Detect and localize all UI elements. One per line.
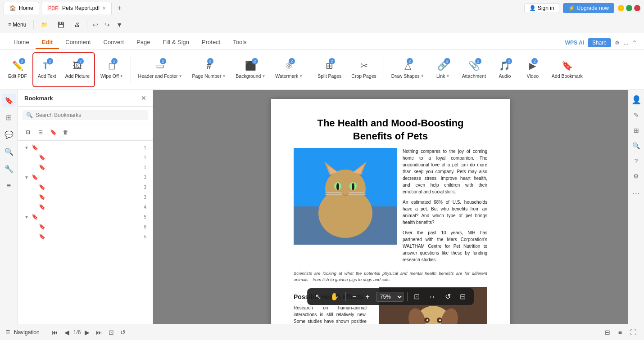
prev-page-button[interactable]: ◀ [62,328,72,337]
collapse-all-button[interactable]: ⊟ [35,127,46,138]
bookmark-item-5[interactable]: 🔖 3 [18,182,153,192]
bookmark-item-6[interactable]: 🔖 3 [18,192,153,202]
bookmark-search-input[interactable] [36,112,145,118]
attachment-tool[interactable]: 📎 2 Attachment [458,52,490,87]
bookmark-item-7[interactable]: 🔖 4 [18,202,153,212]
left-icon-search[interactable]: 🔍 [2,145,16,158]
zoom-out-button[interactable]: − [349,291,359,302]
single-page-view[interactable]: ⊟ [603,328,612,337]
audio-tool[interactable]: 🎵 2 Audio [491,52,518,87]
share-button[interactable]: Share [588,38,611,47]
header-footer-badge: 2 [160,58,166,64]
pdf-area[interactable]: The Health and Mood-Boosting Benefits of… [153,90,628,324]
more-view-button[interactable]: ⊟ [457,291,468,302]
maximize-button[interactable] [626,5,632,11]
last-page-button[interactable]: ⏭ [94,328,104,337]
tab-fill-sign-toolbar[interactable]: Fill & Sign [157,36,196,49]
wps-ai-button[interactable]: WPS AI [565,40,584,46]
watermark-tool[interactable]: ⚛ 2 Watermark ▼ [271,52,307,87]
crop-pages-icon: ✂ [360,60,368,72]
bookmark-item-4[interactable]: ▼ 🔖 3 [18,172,153,182]
left-icon-bookmark[interactable]: 🔖 [2,94,16,107]
crop-pages-tool[interactable]: ✂ Crop Pages [347,52,381,87]
add-picture-tool[interactable]: 🖼 2 Add Picture [61,52,94,87]
bookmark-item-8[interactable]: ▼ 🔖 5 [18,212,153,222]
menu-open[interactable]: 📁 [36,20,52,30]
bookmark-item-1[interactable]: ▼ 🔖 1 [18,143,153,152]
right-icon-edit[interactable]: ✎ [630,109,643,121]
add-text-tool[interactable]: T+ 2 Add Text [33,52,61,87]
history-dropdown[interactable]: ▼ [113,20,125,30]
left-icon-tools[interactable]: 🔧 [2,162,16,175]
first-page-button[interactable]: ⏮ [50,328,60,337]
delete-bookmark-button[interactable]: 🗑 [60,127,71,138]
zoom-select[interactable]: 50% 75% 100% 125% 150% [376,292,404,302]
panel-close-button[interactable]: ✕ [141,94,146,102]
header-footer-tool[interactable]: ▭ 2 Header and Footer ▼ [134,52,187,87]
upgrade-button[interactable]: ⚡ Upgrade now [563,3,614,13]
right-icon-user[interactable]: 👤 [630,94,643,106]
bookmark-item-2[interactable]: 🔖 1 [18,152,153,162]
redo-button[interactable]: ↪ [102,20,113,30]
bookmark-item-10[interactable]: 🔖 5 [18,232,153,242]
right-icon-layers[interactable]: ⊞ [630,124,643,137]
undo-button[interactable]: ↩ [90,20,101,30]
page-number-tool[interactable]: # 2 Page Number ▼ [188,52,231,87]
expand-all-button[interactable]: ⊡ [23,127,33,138]
rotate-button[interactable]: ↺ [442,291,454,302]
zoom-in-button[interactable]: + [363,291,372,302]
hand-tool[interactable]: ✋ [327,291,342,302]
tab-edit-toolbar[interactable]: Edit [36,36,59,49]
new-tab-button[interactable]: + [113,2,125,14]
background-tool[interactable]: ⬛ 2 Background ▼ [231,52,270,87]
tab-pdf[interactable]: PDF Pets Report.pdf ✕ [41,2,112,14]
add-bookmark-panel-button[interactable]: 🔖 [48,127,59,138]
left-icon-comments[interactable]: 💬 [2,128,16,141]
signin-button[interactable]: 👤 Sign in [524,3,559,13]
collapse-icon[interactable]: ⌃ [632,40,637,46]
fit-page-nav[interactable]: ⊡ [106,328,116,337]
page-number-arrow: ▼ [222,74,226,78]
wipe-off-tool[interactable]: ◻ 2 Wipe Off ▼ [96,52,128,87]
continuous-view[interactable]: ≡ [616,328,624,337]
menu-main[interactable]: ≡ Menu [4,20,31,30]
right-icon-help[interactable]: ? [630,155,643,167]
tab-convert-toolbar[interactable]: Convert [97,36,131,49]
close-button[interactable] [634,5,640,11]
settings-icon[interactable]: ⚙ [615,40,620,46]
fit-page-button[interactable]: ⊡ [411,291,422,302]
left-icon-pages[interactable]: ⊞ [2,111,16,124]
add-text-icon: T+ 2 [43,60,51,72]
left-icon-layers[interactable]: ≡ [2,179,16,192]
draw-shapes-tool[interactable]: △ 2 Draw Shapes ▼ [387,52,429,87]
next-page-button[interactable]: ▶ [82,328,92,337]
bookmark-page-2: 1 [144,155,146,160]
menu-print[interactable]: 🖨 [70,20,84,30]
edit-pdf-tool[interactable]: ✏️ 2 Edit PDF [4,52,32,87]
tab-page-toolbar[interactable]: Page [130,36,156,49]
bookmark-item-3[interactable]: 🔖 1 [18,162,153,172]
header-footer-arrow: ▼ [179,74,182,78]
fullscreen-button[interactable]: ⛶ [628,328,639,337]
right-icon-more[interactable]: … [630,185,643,198]
tab-protect-toolbar[interactable]: Protect [195,36,227,49]
cursor-tool[interactable]: ↖ [313,291,324,302]
split-pages-tool[interactable]: ⊞ 2 Split Pages [313,52,346,87]
tab-home-toolbar[interactable]: Home [7,36,36,49]
bookmark-item-9[interactable]: 🔖 6 [18,222,153,232]
watermark-arrow: ▼ [299,74,303,78]
fit-width-button[interactable]: ↔ [426,291,439,302]
link-tool[interactable]: 🔗 2 Link ▼ [430,52,457,87]
minimize-button[interactable] [618,5,624,11]
pdf-tab-close[interactable]: ✕ [102,6,106,11]
menu-save[interactable]: 💾 [53,20,69,30]
tab-comment-toolbar[interactable]: Comment [59,36,97,49]
tab-tools-toolbar[interactable]: Tools [227,36,253,49]
more-icon[interactable]: … [623,40,629,46]
add-bookmark-tool[interactable]: 🔖 Add Bookmark [547,52,587,87]
video-tool[interactable]: ▶ 2 Video [519,52,546,87]
right-icon-settings[interactable]: ⚙ [630,170,643,183]
right-icon-search-right[interactable]: 🔍 [630,139,643,152]
tab-home[interactable]: 🏠 Home [4,2,39,14]
rotate-nav[interactable]: ↺ [118,328,128,337]
